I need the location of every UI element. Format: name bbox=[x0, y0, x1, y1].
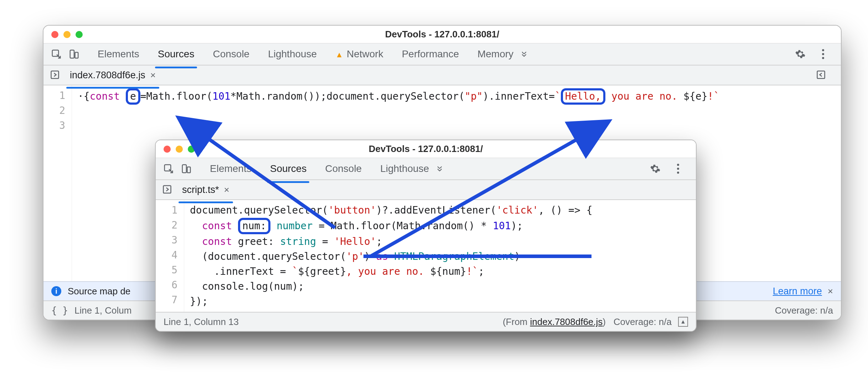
window-title: DevTools - 127.0.0.1:8081/ bbox=[43, 29, 841, 40]
settings-icon[interactable] bbox=[794, 49, 807, 59]
more-tabs-icon[interactable]: » bbox=[435, 166, 447, 172]
close-icon[interactable] bbox=[164, 146, 171, 153]
line-number: 1 bbox=[43, 88, 65, 103]
zoom-icon[interactable] bbox=[188, 146, 195, 153]
line-number: 5 bbox=[156, 263, 177, 278]
window-title: DevTools - 127.0.0.1:8081/ bbox=[156, 143, 696, 154]
minimize-icon[interactable] bbox=[63, 31, 71, 38]
more-tabs-icon[interactable]: » bbox=[519, 51, 531, 57]
highlight-hello: Hello, bbox=[561, 88, 605, 105]
infobar-text: Source map de bbox=[68, 286, 130, 297]
file-tab-label: index.7808df6e.js bbox=[70, 70, 145, 81]
info-icon: i bbox=[51, 286, 61, 296]
minimize-icon[interactable] bbox=[176, 146, 183, 153]
settings-icon[interactable] bbox=[649, 163, 662, 174]
svg-rect-1 bbox=[70, 50, 74, 58]
coverage-status: Coverage: n/a bbox=[775, 305, 833, 316]
small-toolbar: Elements Sources Console Lighthouse » bbox=[156, 158, 696, 180]
file-tab-label: script.ts* bbox=[182, 184, 219, 195]
expand-icon[interactable]: ▲ bbox=[678, 317, 688, 327]
close-file-icon[interactable]: × bbox=[150, 70, 156, 81]
navigator-toggle-icon[interactable] bbox=[50, 70, 61, 80]
close-file-icon[interactable]: × bbox=[224, 184, 229, 195]
panel-tabs: Elements Sources Console Lighthouse Netw… bbox=[96, 44, 515, 64]
line-number: 6 bbox=[156, 278, 177, 293]
zoom-icon[interactable] bbox=[76, 31, 83, 38]
from-file: (From index.7808df6e.js) Coverage: n/a bbox=[503, 316, 672, 327]
panel-tabs: Elements Sources Console Lighthouse bbox=[208, 159, 430, 179]
main-toolbar: Elements Sources Console Lighthouse Netw… bbox=[43, 43, 841, 65]
learn-more-link[interactable]: Learn more bbox=[773, 286, 822, 297]
file-tab-bar: index.7808df6e.js × bbox=[43, 65, 841, 85]
tab-sources[interactable]: Sources bbox=[156, 44, 196, 64]
svg-rect-2 bbox=[75, 52, 78, 58]
svg-rect-3 bbox=[51, 71, 59, 79]
tab-elements[interactable]: Elements bbox=[96, 44, 141, 64]
cursor-position: Line 1, Colum bbox=[74, 305, 131, 316]
devtools-window-small: DevTools - 127.0.0.1:8081/ Elements Sour… bbox=[155, 140, 697, 332]
kebab-menu-icon[interactable] bbox=[672, 164, 684, 174]
svg-rect-4 bbox=[817, 71, 825, 79]
highlight-var-e: e bbox=[126, 88, 140, 105]
line-number: 1 bbox=[156, 203, 177, 218]
line-number: 4 bbox=[156, 248, 177, 263]
editor-small[interactable]: 1 2 3 4 5 6 7 document.querySelector('bu… bbox=[156, 200, 696, 312]
line-number: 2 bbox=[156, 218, 177, 233]
titlebar-small[interactable]: DevTools - 127.0.0.1:8081/ bbox=[156, 140, 696, 158]
navigator-toggle-icon[interactable] bbox=[162, 184, 173, 195]
inspect-element-icon[interactable] bbox=[162, 162, 175, 175]
device-toolbar-icon[interactable] bbox=[68, 48, 81, 61]
line-number: 7 bbox=[156, 293, 177, 308]
from-file-link[interactable]: index.7808df6e.js bbox=[530, 316, 603, 327]
tab-elements[interactable]: Elements bbox=[208, 159, 253, 179]
svg-rect-6 bbox=[182, 165, 186, 173]
dismiss-infobar-icon[interactable]: × bbox=[828, 286, 833, 297]
line-number: 2 bbox=[43, 103, 65, 118]
svg-rect-7 bbox=[187, 167, 191, 173]
tab-memory[interactable]: Memory bbox=[476, 44, 515, 64]
close-icon[interactable] bbox=[51, 31, 58, 38]
coverage-status: Coverage: n/a bbox=[614, 316, 672, 327]
titlebar-main[interactable]: DevTools - 127.0.0.1:8081/ bbox=[43, 26, 841, 43]
inspect-element-icon[interactable] bbox=[50, 48, 63, 61]
statusbar-small: Line 1, Column 13 (From index.7808df6e.j… bbox=[156, 312, 696, 331]
tab-performance[interactable]: Performance bbox=[401, 44, 460, 64]
cursor-position: Line 1, Column 13 bbox=[164, 316, 239, 327]
file-tab-index-js[interactable]: index.7808df6e.js × bbox=[68, 66, 157, 84]
tab-console[interactable]: Console bbox=[324, 159, 363, 179]
device-toolbar-icon[interactable] bbox=[180, 162, 193, 175]
show-sidebar-icon[interactable] bbox=[816, 70, 827, 80]
pretty-print-icon[interactable]: { } bbox=[51, 305, 68, 316]
svg-rect-8 bbox=[164, 186, 171, 193]
code-content[interactable]: document.querySelector('button')?.addEve… bbox=[184, 200, 598, 312]
file-tab-script-ts[interactable]: script.ts* × bbox=[181, 181, 231, 199]
line-number: 3 bbox=[43, 118, 65, 133]
highlight-num: num: bbox=[238, 218, 270, 234]
line-gutter: 1 2 3 bbox=[43, 85, 72, 281]
tab-console[interactable]: Console bbox=[211, 44, 251, 64]
kebab-menu-icon[interactable] bbox=[817, 49, 830, 59]
line-number: 3 bbox=[156, 233, 177, 248]
tab-sources[interactable]: Sources bbox=[269, 159, 308, 179]
file-tab-bar: script.ts* × bbox=[156, 180, 696, 200]
tab-network[interactable]: Network bbox=[334, 44, 384, 64]
tab-lighthouse[interactable]: Lighthouse bbox=[267, 44, 318, 64]
line-gutter: 1 2 3 4 5 6 7 bbox=[156, 200, 184, 312]
tab-lighthouse[interactable]: Lighthouse bbox=[379, 159, 430, 179]
